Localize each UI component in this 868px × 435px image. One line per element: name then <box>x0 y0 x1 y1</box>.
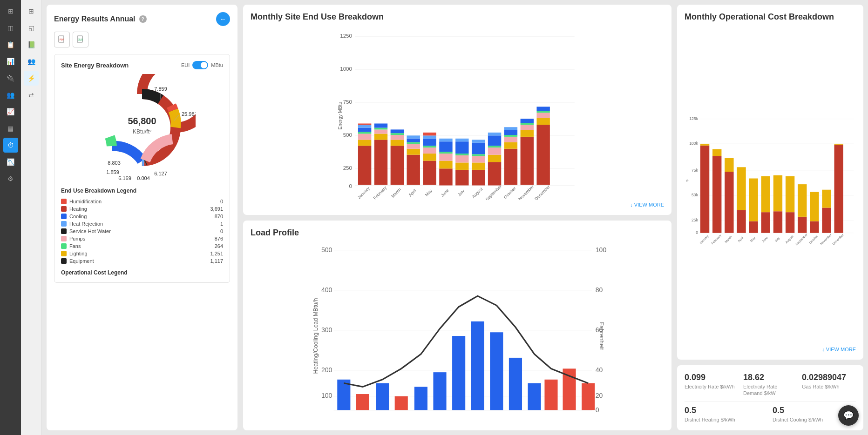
cost-bar-jan: January <box>699 144 710 245</box>
svg-rect-82 <box>472 140 485 142</box>
book2-icon[interactable]: 📗 <box>24 37 39 52</box>
svg-rect-71 <box>455 155 468 162</box>
svg-text:$: $ <box>685 180 689 182</box>
donut-center-value: 56,800 <box>128 116 156 126</box>
svg-rect-142 <box>544 379 557 410</box>
svg-rect-32 <box>374 129 387 134</box>
excel-button[interactable]: XLS <box>73 32 88 47</box>
grid3-icon[interactable]: ⊞ <box>24 4 39 19</box>
svg-rect-57 <box>423 135 436 138</box>
svg-rect-25 <box>358 128 371 132</box>
svg-text:June: June <box>440 188 450 198</box>
monthly-op-cost-view-more[interactable]: VIEW MORE <box>685 347 856 352</box>
svg-rect-47 <box>407 142 420 144</box>
people-icon[interactable]: 👥 <box>3 87 18 102</box>
svg-rect-138 <box>471 321 484 410</box>
load-profile-svg: 500 400 300 200 100 100 80 60 40 20 0 Fa… <box>251 241 664 423</box>
chart-bar-icon[interactable]: 📊 <box>3 54 18 69</box>
clipboard-icon[interactable]: 📋 <box>3 37 18 52</box>
svg-text:25k: 25k <box>692 218 698 222</box>
plugin-icon[interactable]: 🔌 <box>3 71 18 86</box>
primary-sidebar: ⊞ ◫ 📋 📊 🔌 👥 📈 ▦ ⏱ 📉 ⚙ <box>0 0 21 435</box>
legend-cooling: Cooling 870 <box>61 213 223 220</box>
legend-lighting: Lighting 1,251 <box>61 250 223 257</box>
svg-text:November: November <box>517 184 534 200</box>
svg-rect-24 <box>358 132 371 134</box>
pumps-value: 876 <box>215 236 223 241</box>
energy2-icon[interactable]: ⚡ <box>24 71 39 86</box>
help-icon[interactable]: ? <box>139 15 147 23</box>
cost-bar-oct: October <box>808 192 819 245</box>
clock-icon[interactable]: ⏱ <box>3 138 18 153</box>
analytics-icon[interactable]: 📈 <box>3 104 18 119</box>
grid-icon[interactable]: ⊞ <box>3 4 18 19</box>
svg-rect-112 <box>536 107 549 111</box>
load-profile-card: Load Profile 500 400 300 200 100 100 80 … <box>243 221 671 431</box>
svg-rect-69 <box>455 170 468 186</box>
svg-rect-137 <box>452 336 465 410</box>
layers3-icon[interactable]: ◱ <box>24 20 39 35</box>
monthly-op-cost-chart: 125k 100k 75k 50k 25k 0 $ <box>685 26 856 345</box>
bar-sep: September <box>485 133 502 200</box>
back-button[interactable]: ← <box>216 12 230 26</box>
svg-rect-39 <box>391 135 404 140</box>
chat-button[interactable]: 💬 <box>838 405 859 426</box>
cost-bar-aug: August <box>785 176 794 244</box>
svg-rect-64 <box>439 152 452 154</box>
gear-icon[interactable]: ⚙ <box>3 171 18 186</box>
table-icon[interactable]: ▦ <box>3 121 18 136</box>
svg-rect-27 <box>358 123 371 125</box>
svg-rect-168 <box>737 167 746 210</box>
svg-text:August: August <box>785 234 794 244</box>
svg-rect-53 <box>423 154 436 161</box>
svg-rect-105 <box>521 119 534 123</box>
linechart-icon[interactable]: 📉 <box>3 154 18 169</box>
layers-icon[interactable]: ◫ <box>3 20 18 35</box>
people2-icon[interactable]: 👥 <box>24 54 39 69</box>
svg-text:400: 400 <box>321 286 332 294</box>
shw-value: 0 <box>220 228 223 234</box>
svg-rect-21 <box>358 146 371 185</box>
svg-rect-34 <box>374 123 387 127</box>
monthly-site-view-more[interactable]: VIEW MORE <box>251 202 664 207</box>
rate-grid-bottom: 0.5 District Heating $/kWh 0.5 District … <box>685 406 856 423</box>
svg-text:80: 80 <box>596 286 603 294</box>
svg-rect-63 <box>439 154 452 161</box>
svg-rect-179 <box>786 212 794 233</box>
svg-rect-135 <box>414 387 427 410</box>
svg-text:100k: 100k <box>689 141 698 146</box>
shw-color <box>61 228 67 234</box>
site-energy-header: Site Energy Breakdown EUI MBtu <box>61 61 223 69</box>
svg-text:40: 40 <box>596 366 603 374</box>
district-heating-item: 0.5 District Heating $/kWh <box>685 406 768 423</box>
cost-bar-may: May <box>749 179 758 243</box>
svg-text:0: 0 <box>596 406 599 414</box>
electricity-rate-value: 0.099 <box>685 373 739 382</box>
rates-card: 0.099 Electricity Rate $/kWh 18.62 Elect… <box>677 365 863 430</box>
bar-apr: April <box>407 135 420 197</box>
label-1859: 1.859 <box>106 169 119 175</box>
svg-rect-48 <box>407 139 420 142</box>
svg-rect-58 <box>423 133 436 135</box>
flow2-icon[interactable]: ⇄ <box>24 87 39 102</box>
pdf-button[interactable]: PDF <box>54 32 70 47</box>
svg-text:500: 500 <box>321 246 332 254</box>
svg-rect-54 <box>423 147 436 154</box>
svg-rect-81 <box>472 143 485 154</box>
eui-mbtu-toggle[interactable] <box>192 61 208 69</box>
svg-rect-41 <box>391 129 404 133</box>
equipment-label: Equipment <box>69 258 207 264</box>
svg-rect-104 <box>521 123 534 125</box>
donut-chart-container: 56,800 KBtu/ft² 7.859 25.981 8.803 1.859… <box>88 74 196 181</box>
svg-rect-161 <box>712 156 721 233</box>
shw-label: Service Hot Water <box>69 228 217 234</box>
svg-rect-185 <box>810 221 819 233</box>
district-heating-label: District Heating $/kWh <box>685 416 768 423</box>
svg-rect-134 <box>395 396 408 410</box>
svg-rect-159 <box>700 144 709 146</box>
site-energy-card: Site Energy Breakdown EUI MBtu <box>54 54 230 283</box>
svg-rect-80 <box>472 154 485 156</box>
bar-dec: December <box>534 107 550 200</box>
svg-rect-44 <box>407 155 420 185</box>
svg-rect-73 <box>455 141 468 154</box>
